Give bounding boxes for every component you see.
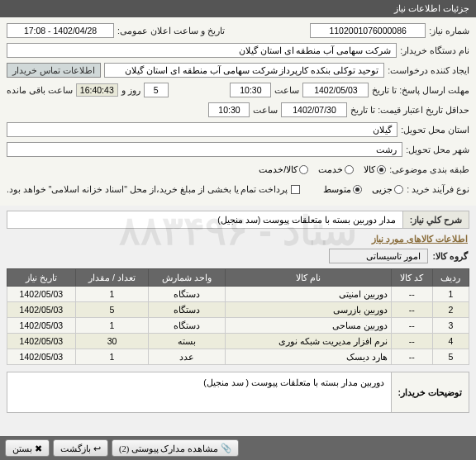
cell-date: 1402/05/03	[7, 287, 76, 302]
contact-info-button[interactable]: اطلاعات تماس خریدار	[7, 63, 101, 78]
topic-radio-group: کالا خدمت کالا/خدمت	[259, 164, 386, 175]
cell-qty: 30	[75, 334, 148, 349]
col-qty: تعداد / مقدار	[75, 269, 148, 287]
cell-date: 1402/05/03	[7, 334, 76, 349]
radio-dot-icon	[377, 165, 386, 174]
cell-code: --	[392, 287, 433, 302]
radio-medium[interactable]: متوسط	[323, 184, 362, 195]
cell-code: --	[392, 334, 433, 349]
table-row[interactable]: 4--نرم افزار مدیریت شبکه نوریبسته301402/…	[7, 334, 469, 349]
close-icon: ✖	[35, 443, 42, 453]
public-announce-field: 1402/04/28 - 17:08	[7, 23, 114, 38]
col-date: تاریخ نیاز	[7, 269, 76, 287]
panel-header: جزئیات اطلاعات نیاز	[0, 0, 476, 17]
days-label: روز و	[121, 85, 140, 95]
items-table: ردیف کد کالا نام کالا واحد شمارش تعداد /…	[7, 268, 469, 365]
cell-name: دوربین مساحی	[225, 318, 391, 334]
city-label: شهر محل تحویل:	[406, 145, 469, 154]
need-summary-label: شرح کلي نياز:	[402, 211, 469, 228]
cell-unit: دستگاه	[149, 318, 226, 334]
cell-row: 2	[432, 302, 469, 318]
footer-bar: 📎 مشاهده مدارک پیوستی (2) ↩ بازگشت ✖ بست…	[0, 436, 476, 460]
deadline-label: مهلت ارسال پاسخ: تا تاریخ	[372, 85, 469, 95]
deadline-time-field: 10:30	[230, 83, 271, 97]
cell-code: --	[392, 349, 433, 365]
payment-checkbox[interactable]	[291, 185, 300, 194]
buyer-desc-box: توضیحات خریدار: دوربین مدار بسته با متعل…	[7, 372, 469, 413]
buyer-desc-label: توضیحات خریدار:	[391, 372, 469, 412]
radio-both[interactable]: کالا/خدمت	[259, 164, 308, 175]
table-row[interactable]: 2--دوربین بازرسیدستگاه51402/05/03	[7, 302, 469, 318]
days-field: 5	[144, 83, 169, 97]
close-button[interactable]: ✖ بستن	[5, 439, 50, 457]
table-row[interactable]: 3--دوربین مساحیدستگاه11402/05/03	[7, 318, 469, 334]
city-field: رشت	[7, 142, 402, 157]
col-code: کد کالا	[392, 269, 433, 287]
cell-row: 3	[432, 318, 469, 334]
remaining-time-field: 16:40:43	[76, 83, 118, 97]
back-button[interactable]: ↩ بازگشت	[53, 439, 108, 457]
need-no-field: 1102001076000086	[310, 23, 426, 38]
payment-note: پرداخت تمام یا بخشی از مبلغ خرید،از محل …	[7, 184, 288, 194]
cell-row: 4	[432, 334, 469, 349]
need-summary-row: شرح کلي نياز: مدار دوربین بسته با متعلقا…	[7, 211, 469, 229]
deadline-date-field: 1402/05/03	[302, 83, 369, 97]
radio-dot-icon	[345, 165, 354, 174]
radio-dot-icon	[394, 185, 403, 194]
cell-unit: عدد	[149, 349, 226, 365]
cell-qty: 1	[75, 287, 148, 302]
cell-unit: دستگاه	[149, 287, 226, 302]
close-label: بستن	[12, 443, 32, 453]
radio-small-label: جزیی	[372, 184, 393, 195]
cell-name: نرم افزار مدیریت شبکه نوری	[225, 334, 391, 349]
cell-code: --	[392, 302, 433, 318]
radio-small[interactable]: جزیی	[372, 184, 403, 195]
province-field: گیلان	[7, 122, 397, 137]
cell-unit: دستگاه	[149, 302, 226, 318]
credit-date-field: 1402/07/30	[281, 102, 347, 117]
need-summary-value: مدار دوربین بسته با متعلقات پیوست (سد من…	[7, 211, 402, 228]
requester-label: ایجاد کننده درخواست:	[388, 65, 469, 75]
province-label: استان محل تحویل:	[401, 125, 469, 135]
table-row[interactable]: 1--دوربین امنیتیدستگاه11402/05/03	[7, 287, 469, 302]
col-name: نام کالا	[225, 269, 391, 287]
attachments-button[interactable]: 📎 مشاهده مدارک پیوستی (2)	[112, 439, 239, 457]
cell-date: 1402/05/03	[7, 318, 76, 334]
cell-name: دوربین بازرسی	[225, 302, 391, 318]
radio-both-label: کالا/خدمت	[259, 164, 298, 175]
radio-medium-label: متوسط	[323, 184, 351, 195]
form-area: شماره نیاز: 1102001076000086 تاریخ و ساع…	[0, 17, 476, 206]
public-announce-label: تاریخ و ساعت اعلان عمومی:	[117, 26, 225, 36]
cell-row: 1	[432, 287, 469, 302]
table-row[interactable]: 5--هارد دیسکعدد11402/05/03	[7, 349, 469, 365]
group-field: امور تاسیساتی	[329, 249, 428, 263]
paperclip-icon: 📎	[221, 443, 231, 453]
cell-date: 1402/05/03	[7, 302, 76, 318]
attachments-label: مشاهده مدارک پیوستی (2)	[119, 443, 218, 453]
cell-name: هارد دیسک	[225, 349, 391, 365]
col-row: ردیف	[432, 269, 469, 287]
cell-qty: 1	[75, 349, 148, 365]
radio-service[interactable]: خدمت	[318, 164, 354, 175]
back-label: بازگشت	[60, 443, 91, 453]
radio-dot-icon	[353, 185, 362, 194]
buyer-org-label: نام دستگاه خریدار:	[400, 45, 469, 55]
cell-unit: بسته	[149, 334, 226, 349]
radio-goods[interactable]: کالا	[364, 164, 386, 175]
cell-code: --	[392, 318, 433, 334]
credit-label: حداقل تاریخ اعتبار قیمت: تا تاریخ	[350, 105, 469, 115]
need-no-label: شماره نیاز:	[429, 26, 469, 36]
cell-date: 1402/05/03	[7, 349, 76, 365]
time-label-2: ساعت	[253, 105, 278, 115]
radio-goods-label: کالا	[364, 164, 375, 175]
back-arrow-icon: ↩	[93, 443, 101, 453]
cell-qty: 5	[75, 302, 148, 318]
requester-field: توحید توکلی بنکده کارپرداز شرکت سهامی آب…	[104, 63, 384, 78]
radio-dot-icon	[299, 165, 308, 174]
cell-row: 5	[432, 349, 469, 365]
topic-class-label: طبقه بندی موضوعی:	[389, 164, 469, 174]
remaining-label: ساعت باقی مانده	[7, 85, 73, 95]
cell-qty: 1	[75, 318, 148, 334]
buyer-org-field: شرکت سهامی آب منطقه ای استان گیلان	[7, 43, 397, 58]
col-unit: واحد شمارش	[149, 269, 226, 287]
